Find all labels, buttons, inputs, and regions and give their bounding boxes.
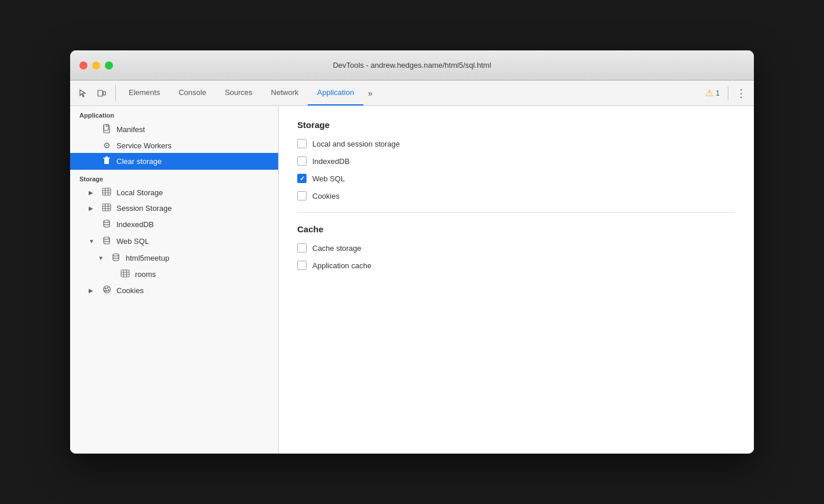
label-web-sql[interactable]: Web SQL bbox=[312, 174, 345, 183]
tabs-container: Elements Console Sources Network Applica… bbox=[119, 81, 702, 105]
devtools-window: DevTools - andrew.hedges.name/html5/sql.… bbox=[70, 50, 754, 454]
sidebar-item-session-storage[interactable]: ▶ Session Storage bbox=[70, 200, 278, 216]
manifest-label: Manifest bbox=[116, 125, 269, 134]
sidebar-item-indexeddb[interactable]: IndexedDB bbox=[70, 216, 278, 233]
toolbar-icons bbox=[75, 85, 116, 101]
tab-network[interactable]: Network bbox=[262, 81, 308, 105]
db-icon-h5 bbox=[111, 253, 121, 264]
device-icon bbox=[97, 89, 106, 98]
titlebar: DevTools - andrew.hedges.name/html5/sql.… bbox=[70, 50, 754, 81]
more-options-button[interactable]: ⋮ bbox=[733, 85, 749, 101]
table-icon-ss bbox=[101, 203, 112, 213]
sidebar-item-manifest[interactable]: Manifest bbox=[70, 121, 278, 138]
sidebar-item-web-sql[interactable]: ▼ Web SQL bbox=[70, 233, 278, 250]
sidebar-app-header: Application bbox=[70, 106, 278, 121]
expand-arrow-ls: ▶ bbox=[89, 189, 97, 196]
trash-icon bbox=[101, 156, 112, 167]
sidebar-item-cookies[interactable]: ▶ Cookies bbox=[70, 282, 278, 298]
checkbox-row-cache-storage: Cache storage bbox=[297, 243, 735, 253]
label-app-cache[interactable]: Application cache bbox=[312, 261, 371, 270]
section-divider bbox=[297, 212, 735, 213]
gear-icon: ⚙ bbox=[101, 141, 112, 150]
svg-point-28 bbox=[108, 290, 109, 291]
tab-application[interactable]: Application bbox=[308, 81, 363, 105]
grid-icon bbox=[120, 269, 130, 279]
svg-point-24 bbox=[103, 286, 110, 293]
service-workers-label: Service Workers bbox=[116, 141, 269, 150]
table-icon-ls bbox=[101, 188, 112, 198]
main-content: Storage Local and session storage Indexe… bbox=[279, 106, 754, 454]
local-storage-label: Local Storage bbox=[116, 188, 269, 197]
svg-rect-5 bbox=[105, 156, 108, 158]
svg-point-29 bbox=[104, 290, 105, 291]
checkbox-app-cache[interactable] bbox=[297, 261, 307, 270]
checkbox-local-session[interactable] bbox=[297, 139, 307, 148]
checkbox-row-web-sql: Web SQL bbox=[297, 174, 735, 183]
checkbox-row-app-cache: Application cache bbox=[297, 261, 735, 270]
svg-point-16 bbox=[104, 220, 110, 222]
titlebar-buttons bbox=[79, 61, 113, 70]
cookie-icon bbox=[101, 285, 112, 295]
html5meetup-label: html5meetup bbox=[126, 254, 269, 262]
checkbox-cookies[interactable] bbox=[297, 191, 307, 200]
maximize-button[interactable] bbox=[105, 61, 113, 70]
tab-console[interactable]: Console bbox=[169, 81, 216, 105]
warning-count: 1 bbox=[716, 89, 720, 97]
sidebar-item-local-storage[interactable]: ▶ Local Storage bbox=[70, 185, 278, 200]
label-local-session[interactable]: Local and session storage bbox=[312, 140, 400, 148]
cursor-icon bbox=[78, 89, 87, 98]
session-storage-label: Session Storage bbox=[116, 204, 269, 213]
label-cache-storage[interactable]: Cache storage bbox=[312, 244, 362, 253]
checkbox-row-local-session: Local and session storage bbox=[297, 139, 735, 148]
checkbox-indexeddb[interactable] bbox=[297, 156, 307, 166]
svg-rect-3 bbox=[104, 158, 109, 164]
db-icon-wsql bbox=[101, 236, 112, 247]
warning-icon: ⚠ bbox=[705, 87, 713, 98]
warning-badge[interactable]: ⚠ 1 bbox=[702, 86, 723, 100]
window-title: DevTools - andrew.hedges.name/html5/sql.… bbox=[333, 61, 491, 70]
cache-section-title: Cache bbox=[297, 224, 735, 234]
tab-elements[interactable]: Elements bbox=[119, 81, 169, 105]
close-button[interactable] bbox=[79, 61, 87, 70]
cookies-label: Cookies bbox=[116, 286, 269, 295]
label-indexeddb[interactable]: IndexedDB bbox=[312, 157, 349, 166]
manifest-icon bbox=[101, 124, 112, 135]
expand-arrow-h5: ▼ bbox=[98, 255, 106, 261]
minimize-button[interactable] bbox=[92, 61, 100, 70]
label-cookies[interactable]: Cookies bbox=[312, 192, 340, 200]
sidebar-storage-header: Storage bbox=[70, 170, 278, 185]
svg-point-17 bbox=[104, 237, 110, 239]
svg-point-18 bbox=[113, 254, 119, 256]
db-icon-idb bbox=[101, 219, 112, 230]
device-toggle-button[interactable] bbox=[93, 85, 110, 101]
svg-rect-1 bbox=[103, 92, 105, 95]
expand-arrow-cookies: ▶ bbox=[89, 287, 97, 294]
sidebar-item-clear-storage[interactable]: Clear storage bbox=[70, 153, 278, 170]
devtools-body: Application Manifest ⚙ Service Workers bbox=[70, 106, 754, 454]
svg-rect-11 bbox=[103, 204, 111, 211]
inspect-button[interactable] bbox=[75, 85, 91, 101]
checkbox-cache-storage[interactable] bbox=[297, 243, 307, 253]
sidebar-item-rooms[interactable]: rooms bbox=[70, 266, 278, 282]
toolbar-right: ⚠ 1 ⋮ bbox=[702, 85, 749, 101]
tab-overflow-button[interactable]: » bbox=[363, 81, 377, 105]
sidebar-item-service-workers[interactable]: ⚙ Service Workers bbox=[70, 138, 278, 153]
svg-point-26 bbox=[107, 287, 108, 288]
web-sql-label: Web SQL bbox=[116, 237, 269, 246]
svg-point-25 bbox=[105, 288, 106, 289]
svg-rect-0 bbox=[98, 90, 103, 96]
svg-rect-4 bbox=[103, 158, 110, 159]
checkbox-row-indexeddb: IndexedDB bbox=[297, 156, 735, 166]
storage-section-title: Storage bbox=[297, 120, 735, 130]
svg-point-27 bbox=[106, 290, 107, 291]
tab-sources[interactable]: Sources bbox=[216, 81, 262, 105]
sidebar-item-html5meetup[interactable]: ▼ html5meetup bbox=[70, 250, 278, 266]
svg-rect-19 bbox=[121, 270, 129, 277]
rooms-label: rooms bbox=[135, 270, 269, 279]
expand-arrow-wsql: ▼ bbox=[89, 238, 97, 244]
svg-rect-6 bbox=[103, 188, 111, 195]
checkbox-row-cookies: Cookies bbox=[297, 191, 735, 200]
clear-storage-label: Clear storage bbox=[116, 157, 269, 166]
checkbox-web-sql[interactable] bbox=[297, 174, 307, 183]
toolbar-divider bbox=[728, 86, 728, 100]
